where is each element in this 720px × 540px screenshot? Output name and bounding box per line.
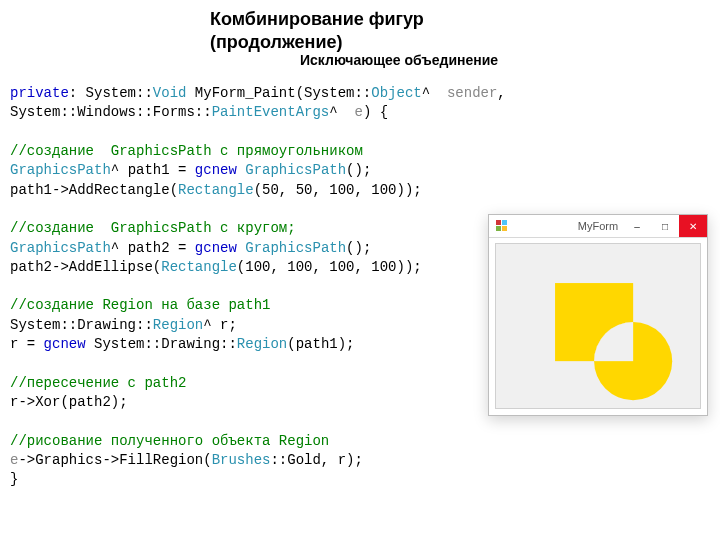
comment-2: //создание GraphicsPath с кругом; bbox=[10, 220, 296, 236]
window-client-area bbox=[495, 243, 701, 409]
minimize-button[interactable]: – bbox=[623, 215, 651, 237]
result-window: MyForm – □ ✕ bbox=[488, 214, 708, 416]
app-icon bbox=[495, 219, 509, 233]
code-block: private: System::Void MyForm_Paint(Syste… bbox=[10, 84, 506, 490]
comment-1: //создание GraphicsPath с прямоугольнико… bbox=[10, 143, 363, 159]
type-painteventargs: PaintEventArgs bbox=[212, 104, 330, 120]
svg-rect-10 bbox=[516, 244, 700, 408]
param-sender: sender bbox=[447, 85, 497, 101]
maximize-button[interactable]: □ bbox=[651, 215, 679, 237]
type-graphicspath: GraphicsPath bbox=[10, 162, 111, 178]
xor-shape bbox=[496, 244, 700, 408]
type-rectangle: Rectangle bbox=[178, 182, 254, 198]
comment-5: //рисование полученного объекта Region bbox=[10, 433, 329, 449]
window-buttons: – □ ✕ bbox=[623, 215, 707, 237]
svg-rect-1 bbox=[502, 220, 507, 225]
kw-private: private bbox=[10, 85, 69, 101]
title-line-1: Комбинирование фигур bbox=[210, 9, 424, 29]
svg-rect-2 bbox=[496, 226, 501, 231]
slide-subtitle: Исключающее объединение bbox=[300, 52, 498, 68]
window-titlebar: MyForm – □ ✕ bbox=[489, 215, 707, 238]
slide-title: Комбинирование фигур (продолжение) bbox=[210, 8, 424, 53]
type-object: Object bbox=[371, 85, 421, 101]
svg-rect-0 bbox=[496, 220, 501, 225]
comment-4: //пересечение с path2 bbox=[10, 375, 186, 391]
type-region: Region bbox=[153, 317, 203, 333]
comment-3: //создание Region на базе path1 bbox=[10, 297, 270, 313]
close-button[interactable]: ✕ bbox=[679, 215, 707, 237]
title-line-2: (продолжение) bbox=[210, 32, 343, 52]
type-void: Void bbox=[153, 85, 187, 101]
param-e: e bbox=[354, 104, 362, 120]
kw-gcnew: gcnew bbox=[195, 162, 237, 178]
svg-rect-3 bbox=[502, 226, 507, 231]
type-brushes: Brushes bbox=[212, 452, 271, 468]
